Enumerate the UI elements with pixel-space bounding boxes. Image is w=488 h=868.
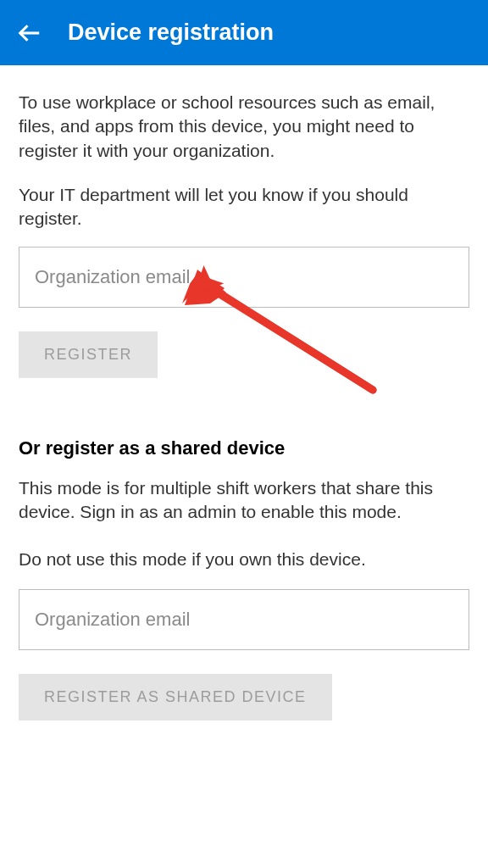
shared-device-description: This mode is for multiple shift workers … [19,476,469,525]
shared-organization-email-input[interactable] [19,589,469,650]
shared-device-warning: Do not use this mode if you own this dev… [19,548,469,571]
intro-text: To use workplace or school resources suc… [19,91,469,163]
app-header: Device registration [0,0,488,65]
back-arrow-icon[interactable] [17,20,42,46]
intro-subtext: Your IT department will let you know if … [19,183,469,231]
organization-email-input[interactable] [19,247,469,308]
page-title: Device registration [68,19,274,46]
main-content: To use workplace or school resources suc… [0,65,488,721]
register-shared-device-button[interactable]: REGISTER AS SHARED DEVICE [19,674,332,721]
shared-device-heading: Or register as a shared device [19,437,469,459]
register-button[interactable]: REGISTER [19,331,158,378]
